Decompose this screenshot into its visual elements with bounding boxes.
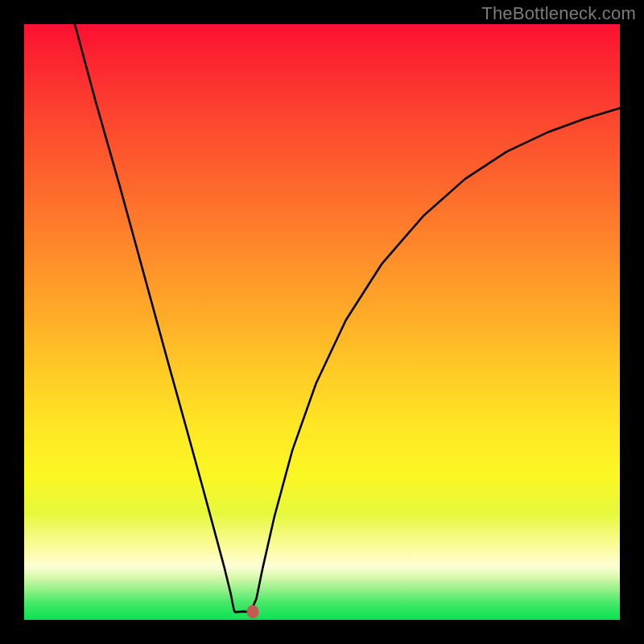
plot-area	[24, 24, 620, 620]
curve-svg	[24, 24, 620, 620]
watermark-text: TheBottleneck.com	[481, 3, 636, 24]
bottleneck-curve	[75, 24, 620, 612]
chart-stage: TheBottleneck.com	[0, 0, 644, 644]
min-marker-dot	[247, 605, 259, 619]
